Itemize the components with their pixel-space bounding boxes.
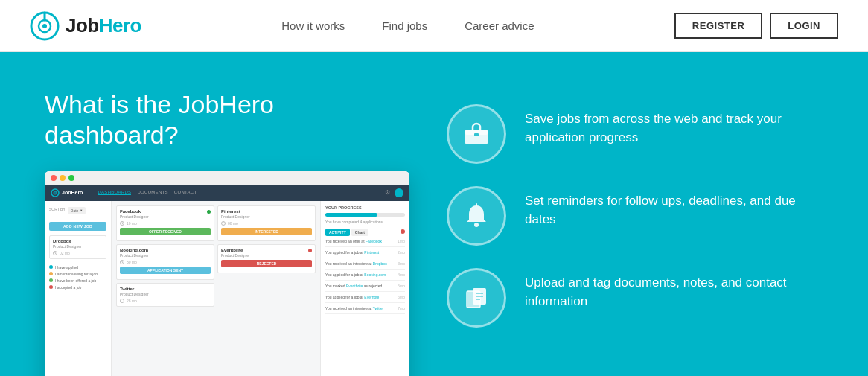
logo: JobHero: [30, 11, 141, 41]
mock-sort-label: SORT BY: [49, 207, 66, 211]
svg-point-6: [54, 192, 56, 194]
mock-kanban-area: Facebook Product Designer 10 mo OFFER RE…: [112, 201, 320, 376]
mock-kanban-col-1: Facebook Product Designer 10 mo OFFER RE…: [116, 205, 214, 310]
documents-icon-circle: [447, 268, 506, 328]
svg-point-2: [42, 24, 47, 28]
reminders-icon-circle: [447, 186, 506, 246]
mock-activity-4: You applied for a job at Booking.com 4mo: [325, 273, 405, 281]
nav-how-it-works[interactable]: How it works: [281, 19, 345, 32]
clock-icon: [120, 221, 124, 226]
mock-card-twitter: Twitter Product Designer 28 mo: [116, 283, 214, 307]
login-button[interactable]: LOGIN: [770, 13, 838, 39]
traffic-light-green: [68, 175, 74, 181]
hero-section: What is the JobHero dashboard? JobHero: [0, 52, 868, 376]
svg-line-15: [122, 262, 123, 263]
mock-sidebar: SORT BY Date ▼ ADD NEW JOB Dropbox Produ…: [45, 201, 112, 376]
logo-icon: [30, 11, 60, 41]
main-nav: How it works Find jobs Career advice: [281, 19, 534, 32]
mock-card-facebook: Facebook Product Designer 10 mo OFFER RE…: [116, 205, 214, 241]
clock-icon: [53, 251, 57, 255]
mock-kanban: Facebook Product Designer 10 mo OFFER RE…: [116, 205, 316, 310]
mock-activity-2: You applied for a job at Pinterest 2mo: [325, 250, 405, 258]
svg-point-16: [121, 299, 124, 302]
mock-nav-items: DASHBOARDS DOCUMENTS CONTACT: [98, 190, 197, 195]
mock-tab-close[interactable]: [401, 229, 405, 234]
mock-status-rejected: REJECTED: [221, 260, 312, 267]
mock-activity-5: You marked Eventbrite as rejected 5mo: [325, 284, 405, 292]
mock-kanban-col-2: Pinterest Product Designer 08 mo INTERES…: [217, 205, 316, 310]
svg-point-22: [474, 223, 479, 227]
mock-status-interested: INTERESTED: [221, 228, 312, 235]
header-buttons: REGISTER LOGIN: [674, 13, 838, 39]
logo-word2: Hero: [99, 14, 141, 36]
mock-status-applied: APPLICATION SENT: [120, 267, 211, 274]
feature-reminders: Set reminders for follow ups, deadlines,…: [447, 186, 823, 246]
feature-save-jobs-text: Save jobs from across the web and track …: [525, 110, 823, 147]
mock-tab-chart[interactable]: Chart: [351, 229, 368, 236]
mock-nav-contact: CONTACT: [174, 190, 197, 195]
mock-progress-bar-bg: [325, 213, 405, 217]
mock-nav-right: ⚙: [385, 188, 403, 197]
mock-card-booking: Booking.com Product Designer 30 mo APPLI…: [116, 244, 214, 280]
clock-icon: [120, 299, 124, 303]
header: JobHero How it works Find jobs Career ad…: [0, 0, 868, 52]
clock-icon: [120, 260, 124, 264]
mock-status-offer: OFFER RECEIVED: [120, 228, 211, 235]
mock-brand-icon: [51, 188, 60, 197]
mock-card-pinterest: Pinterest Product Designer 08 mo INTERES…: [217, 205, 316, 241]
mock-brand: JobHero: [51, 188, 83, 197]
mock-card-eventbrite: Eventbrite Product Designer REJECTED: [217, 244, 316, 273]
mock-activity-6: You applied for a job at Evernote 6mo: [325, 295, 405, 303]
feature-documents-text-area: Upload and tag documents, notes, and con…: [525, 268, 823, 310]
feature-reminders-text-area: Set reminders for follow ups, deadlines,…: [525, 186, 823, 229]
traffic-lights: [45, 171, 409, 185]
mock-job-card-dropbox: Dropbox Product Designer 02 mo: [49, 235, 106, 259]
mock-avatar: [395, 188, 403, 197]
mock-activity-7: You received an interview at Twitter 7mo: [325, 306, 405, 314]
hero-features: Save jobs from across the web and track …: [447, 89, 823, 328]
bell-icon: [462, 202, 491, 230]
mock-bullet-list: I have applied I am interviewing for a j…: [49, 262, 106, 295]
briefcase-icon: [462, 120, 491, 148]
save-jobs-icon-circle: [447, 104, 506, 164]
mock-add-job-button[interactable]: ADD NEW JOB: [49, 222, 106, 231]
register-button[interactable]: REGISTER: [674, 13, 762, 39]
mock-gear-icon: ⚙: [385, 189, 390, 196]
mock-navbar: JobHero DASHBOARDS DOCUMENTS CONTACT ⚙: [45, 185, 409, 201]
mock-nav-documents: DOCUMENTS: [137, 190, 167, 195]
mock-sort-button[interactable]: Date ▼: [68, 207, 86, 214]
svg-line-12: [122, 223, 123, 224]
dashboard-mockup: JobHero DASHBOARDS DOCUMENTS CONTACT ⚙ S…: [45, 171, 409, 376]
mock-progress-text: You have completed 4 applications: [325, 220, 405, 224]
svg-rect-21: [474, 133, 479, 136]
mock-activity-3: You received an interview at Dropbox 3mo: [325, 261, 405, 270]
mock-progress-bar-fill: [325, 213, 377, 217]
feature-reminders-text: Set reminders for follow ups, deadlines,…: [525, 192, 823, 229]
feature-documents: Upload and tag documents, notes, and con…: [447, 268, 823, 328]
traffic-light-yellow: [60, 175, 66, 181]
feature-save-jobs: Save jobs from across the web and track …: [447, 104, 823, 164]
traffic-light-red: [51, 175, 57, 181]
logo-word1: Job: [66, 14, 99, 36]
mock-nav-dashboards: DASHBOARDS: [98, 190, 131, 195]
mock-progress-panel: YOUR PROGRESS You have completed 4 appli…: [320, 201, 409, 376]
mock-tab-activity[interactable]: ACTIVITY: [325, 229, 350, 236]
documents-icon: [462, 284, 491, 312]
hero-left: What is the JobHero dashboard? JobHero: [45, 89, 409, 376]
hero-title: What is the JobHero dashboard?: [45, 89, 409, 150]
logo-text: JobHero: [66, 14, 141, 37]
clock-icon: [221, 221, 226, 226]
feature-save-jobs-text-area: Save jobs from across the web and track …: [525, 104, 823, 147]
mock-sort-row: SORT BY Date ▼: [49, 207, 106, 214]
nav-find-jobs[interactable]: Find jobs: [382, 19, 427, 32]
mock-body: SORT BY Date ▼ ADD NEW JOB Dropbox Produ…: [45, 201, 409, 376]
mock-activity-tabs: ACTIVITY Chart: [325, 229, 405, 236]
mock-activity-1: You received an offer at Facebook 1mo: [325, 239, 405, 247]
svg-line-9: [55, 253, 56, 254]
nav-career-advice[interactable]: Career advice: [465, 19, 534, 32]
mock-progress-label: YOUR PROGRESS: [325, 205, 405, 210]
mock-dot-red: [308, 249, 312, 252]
feature-documents-text: Upload and tag documents, notes, and con…: [525, 274, 823, 310]
mock-brand-name: JobHero: [62, 190, 83, 195]
